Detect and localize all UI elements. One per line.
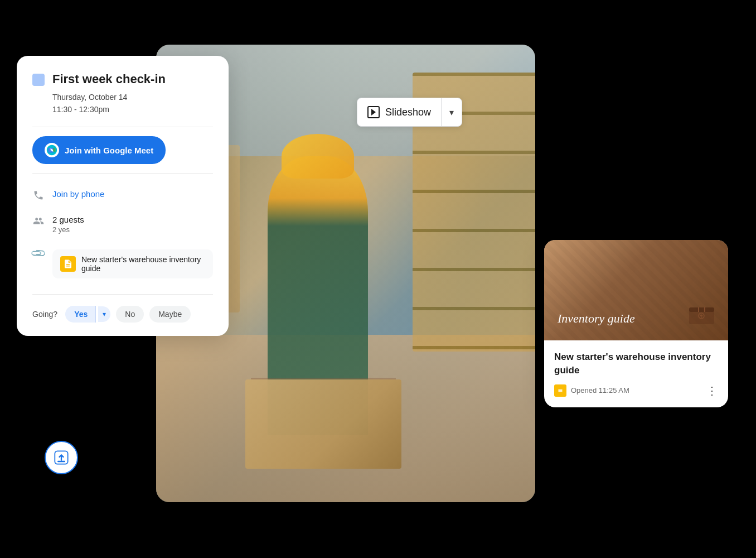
going-row: Going? Yes ▾ No Maybe [32,306,213,323]
yes-button[interactable]: Yes [65,306,96,323]
doc-preview-header-title: Inventory guide [558,311,635,327]
attachment-clip-icon: 📎 [32,247,45,259]
slideshow-main: Slideshow [357,98,442,126]
event-title: First week check-in [52,71,166,88]
join-meet-button[interactable]: Join with Google Meet [32,136,166,164]
slides-icon [554,384,566,397]
going-label: Going? [32,310,57,319]
guests-row: 2 guests 2 yes [32,208,213,240]
divider [32,127,213,127]
meet-icon [45,143,59,157]
slideshow-dropdown[interactable]: ▾ [442,99,462,126]
play-icon [367,106,380,118]
doc-preview-title: New starter's warehouse inventory guide [554,350,718,377]
more-options-button[interactable]: ⋮ [706,384,718,397]
maybe-button[interactable]: Maybe [149,306,191,323]
attachment-row: 📎 New starter's warehouse inventory guid… [32,240,213,285]
guests-yes: 2 yes [52,225,84,234]
guests-count: 2 guests [52,215,84,224]
attachment-card[interactable]: New starter's warehouse inventory guide [52,249,213,278]
doc-icon [60,256,76,272]
no-button[interactable]: No [116,306,144,323]
doc-meta-left: Opened 11:25 AM [554,384,629,397]
slideshow-button[interactable]: Slideshow ▾ [357,98,462,127]
phone-icon [32,189,45,201]
divider-2 [32,173,213,174]
yes-dropdown-button[interactable]: ▾ [98,306,110,322]
slideshow-label: Slideshow [385,107,431,118]
divider-3 [32,294,213,295]
attachment-name: New starter's warehouse inventory guide [81,255,205,273]
svg-marker-2 [371,109,376,116]
doc-preview-meta: Opened 11:25 AM ⋮ [554,384,718,397]
doc-preview-body: New starter's warehouse inventory guide … [544,340,728,407]
event-date: Thursday, October 14 [52,91,213,103]
opened-text: Opened 11:25 AM [571,386,629,395]
doc-preview-card: Inventory guide New starter's warehouse … [544,240,728,407]
upload-icon [54,450,69,465]
guests-icon [32,215,45,227]
doc-preview-header: Inventory guide [544,240,728,340]
guests-info: 2 guests 2 yes [52,215,84,234]
calendar-event-card: First week check-in Thursday, October 14… [17,56,229,336]
svg-rect-5 [689,307,714,312]
phone-row: Join by phone [32,182,213,208]
join-phone-link[interactable]: Join by phone [52,189,104,199]
upload-fab[interactable] [45,441,78,474]
event-datetime: Thursday, October 14 11:30 - 12:30pm [52,91,213,116]
event-time: 11:30 - 12:30pm [52,103,213,116]
meet-button-label: Join with Google Meet [65,146,153,155]
calendar-color-indicator [32,74,45,86]
svg-rect-8 [559,389,563,392]
going-buttons: Yes ▾ [65,306,110,323]
